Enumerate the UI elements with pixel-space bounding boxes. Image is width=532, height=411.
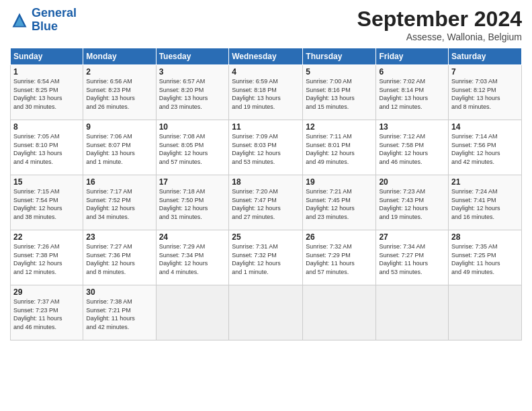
calendar-cell: 28Sunrise: 7:35 AM Sunset: 7:25 PM Dayli… [449, 230, 522, 285]
day-number: 27 [379, 232, 445, 242]
day-number: 12 [306, 122, 373, 132]
day-info: Sunrise: 7:20 AM Sunset: 7:47 PM Dayligh… [232, 187, 300, 221]
day-number: 16 [86, 177, 152, 187]
calendar-cell [303, 285, 376, 340]
calendar-cell: 15Sunrise: 7:15 AM Sunset: 7:54 PM Dayli… [11, 175, 83, 230]
calendar-cell: 8Sunrise: 7:05 AM Sunset: 8:10 PM Daylig… [11, 120, 83, 175]
day-number: 5 [306, 67, 373, 77]
day-info: Sunrise: 6:56 AM Sunset: 8:23 PM Dayligh… [86, 77, 152, 111]
day-number: 28 [451, 232, 519, 242]
calendar-cell: 19Sunrise: 7:21 AM Sunset: 7:45 PM Dayli… [303, 175, 376, 230]
calendar-cell [156, 285, 229, 340]
main-title: September 2024 [357, 7, 522, 32]
day-info: Sunrise: 6:54 AM Sunset: 8:25 PM Dayligh… [13, 77, 80, 111]
calendar-cell [229, 285, 303, 340]
calendar-cell: 27Sunrise: 7:34 AM Sunset: 7:27 PM Dayli… [376, 230, 449, 285]
calendar-cell: 14Sunrise: 7:14 AM Sunset: 7:56 PM Dayli… [449, 120, 522, 175]
day-number: 18 [232, 177, 300, 187]
day-number: 26 [306, 232, 373, 242]
day-info: Sunrise: 7:24 AM Sunset: 7:41 PM Dayligh… [451, 187, 519, 221]
header: General Blue September 2024 Assesse, Wal… [10, 7, 522, 42]
calendar-cell: 12Sunrise: 7:11 AM Sunset: 8:01 PM Dayli… [303, 120, 376, 175]
logo: General Blue [10, 7, 77, 34]
calendar-cell: 29Sunrise: 7:37 AM Sunset: 7:23 PM Dayli… [11, 285, 83, 340]
day-info: Sunrise: 7:31 AM Sunset: 7:32 PM Dayligh… [232, 242, 300, 276]
calendar-cell: 6Sunrise: 7:02 AM Sunset: 8:14 PM Daylig… [376, 65, 449, 120]
day-info: Sunrise: 7:09 AM Sunset: 8:03 PM Dayligh… [232, 132, 300, 166]
calendar-cell: 16Sunrise: 7:17 AM Sunset: 7:52 PM Dayli… [83, 175, 156, 230]
calendar-day-header: Thursday [303, 48, 376, 65]
calendar-cell [376, 285, 449, 340]
page: General Blue September 2024 Assesse, Wal… [0, 0, 532, 411]
day-info: Sunrise: 6:59 AM Sunset: 8:18 PM Dayligh… [232, 77, 300, 111]
calendar-header-row: SundayMondayTuesdayWednesdayThursdayFrid… [11, 48, 522, 65]
calendar-cell: 26Sunrise: 7:32 AM Sunset: 7:29 PM Dayli… [303, 230, 376, 285]
day-info: Sunrise: 7:27 AM Sunset: 7:36 PM Dayligh… [86, 242, 152, 276]
day-number: 2 [86, 67, 152, 77]
calendar-week-row: 15Sunrise: 7:15 AM Sunset: 7:54 PM Dayli… [11, 175, 522, 230]
calendar-cell: 5Sunrise: 7:00 AM Sunset: 8:16 PM Daylig… [303, 65, 376, 120]
day-info: Sunrise: 7:37 AM Sunset: 7:23 PM Dayligh… [13, 298, 80, 331]
day-info: Sunrise: 7:00 AM Sunset: 8:16 PM Dayligh… [306, 77, 373, 111]
day-number: 6 [379, 67, 445, 77]
day-info: Sunrise: 7:35 AM Sunset: 7:25 PM Dayligh… [451, 242, 519, 276]
calendar-day-header: Wednesday [229, 48, 303, 65]
logo-line2: Blue [32, 19, 58, 33]
day-info: Sunrise: 7:05 AM Sunset: 8:10 PM Dayligh… [13, 132, 80, 166]
title-block: September 2024 Assesse, Wallonia, Belgiu… [357, 7, 522, 42]
calendar-week-row: 8Sunrise: 7:05 AM Sunset: 8:10 PM Daylig… [11, 120, 522, 175]
day-number: 7 [451, 67, 519, 77]
subtitle: Assesse, Wallonia, Belgium [357, 32, 522, 42]
calendar-cell: 1Sunrise: 6:54 AM Sunset: 8:25 PM Daylig… [11, 65, 83, 120]
calendar-table: SundayMondayTuesdayWednesdayThursdayFrid… [10, 48, 522, 340]
day-info: Sunrise: 7:11 AM Sunset: 8:01 PM Dayligh… [306, 132, 373, 166]
day-info: Sunrise: 7:23 AM Sunset: 7:43 PM Dayligh… [379, 187, 445, 221]
calendar-cell: 2Sunrise: 6:56 AM Sunset: 8:23 PM Daylig… [83, 65, 156, 120]
day-info: Sunrise: 7:38 AM Sunset: 7:21 PM Dayligh… [86, 298, 152, 331]
calendar-cell: 22Sunrise: 7:26 AM Sunset: 7:38 PM Dayli… [11, 230, 83, 285]
calendar-cell: 25Sunrise: 7:31 AM Sunset: 7:32 PM Dayli… [229, 230, 303, 285]
day-info: Sunrise: 7:08 AM Sunset: 8:05 PM Dayligh… [159, 132, 226, 166]
day-info: Sunrise: 7:15 AM Sunset: 7:54 PM Dayligh… [13, 187, 80, 221]
logo-line1: General [32, 6, 77, 19]
day-number: 17 [159, 177, 226, 187]
calendar-cell: 17Sunrise: 7:18 AM Sunset: 7:50 PM Dayli… [156, 175, 229, 230]
day-info: Sunrise: 7:34 AM Sunset: 7:27 PM Dayligh… [379, 242, 445, 276]
calendar-week-row: 29Sunrise: 7:37 AM Sunset: 7:23 PM Dayli… [11, 285, 522, 340]
day-number: 25 [232, 232, 300, 242]
day-number: 9 [86, 122, 152, 132]
day-info: Sunrise: 7:29 AM Sunset: 7:34 PM Dayligh… [159, 242, 226, 276]
calendar-day-header: Tuesday [156, 48, 229, 65]
day-info: Sunrise: 6:57 AM Sunset: 8:20 PM Dayligh… [159, 77, 226, 111]
calendar-week-row: 22Sunrise: 7:26 AM Sunset: 7:38 PM Dayli… [11, 230, 522, 285]
day-number: 23 [86, 232, 152, 242]
logo-text: General Blue [32, 7, 77, 34]
day-number: 15 [13, 177, 80, 187]
day-number: 8 [13, 122, 80, 132]
calendar-cell: 24Sunrise: 7:29 AM Sunset: 7:34 PM Dayli… [156, 230, 229, 285]
calendar-cell: 18Sunrise: 7:20 AM Sunset: 7:47 PM Dayli… [229, 175, 303, 230]
calendar-cell: 21Sunrise: 7:24 AM Sunset: 7:41 PM Dayli… [449, 175, 522, 230]
calendar-cell [449, 285, 522, 340]
day-number: 20 [379, 177, 445, 187]
day-number: 29 [13, 287, 80, 297]
day-number: 10 [159, 122, 226, 132]
calendar-cell: 13Sunrise: 7:12 AM Sunset: 7:58 PM Dayli… [376, 120, 449, 175]
day-info: Sunrise: 7:12 AM Sunset: 7:58 PM Dayligh… [379, 132, 445, 166]
day-info: Sunrise: 7:17 AM Sunset: 7:52 PM Dayligh… [86, 187, 152, 221]
calendar-day-header: Saturday [449, 48, 522, 65]
day-number: 3 [159, 67, 226, 77]
day-info: Sunrise: 7:02 AM Sunset: 8:14 PM Dayligh… [379, 77, 445, 111]
calendar-cell: 23Sunrise: 7:27 AM Sunset: 7:36 PM Dayli… [83, 230, 156, 285]
day-number: 24 [159, 232, 226, 242]
calendar-cell: 11Sunrise: 7:09 AM Sunset: 8:03 PM Dayli… [229, 120, 303, 175]
calendar-cell: 20Sunrise: 7:23 AM Sunset: 7:43 PM Dayli… [376, 175, 449, 230]
calendar-day-header: Friday [376, 48, 449, 65]
day-info: Sunrise: 7:06 AM Sunset: 8:07 PM Dayligh… [86, 132, 152, 166]
day-number: 11 [232, 122, 300, 132]
calendar-week-row: 1Sunrise: 6:54 AM Sunset: 8:25 PM Daylig… [11, 65, 522, 120]
calendar-cell: 4Sunrise: 6:59 AM Sunset: 8:18 PM Daylig… [229, 65, 303, 120]
day-info: Sunrise: 7:03 AM Sunset: 8:12 PM Dayligh… [451, 77, 519, 111]
day-info: Sunrise: 7:14 AM Sunset: 7:56 PM Dayligh… [451, 132, 519, 166]
day-number: 13 [379, 122, 445, 132]
